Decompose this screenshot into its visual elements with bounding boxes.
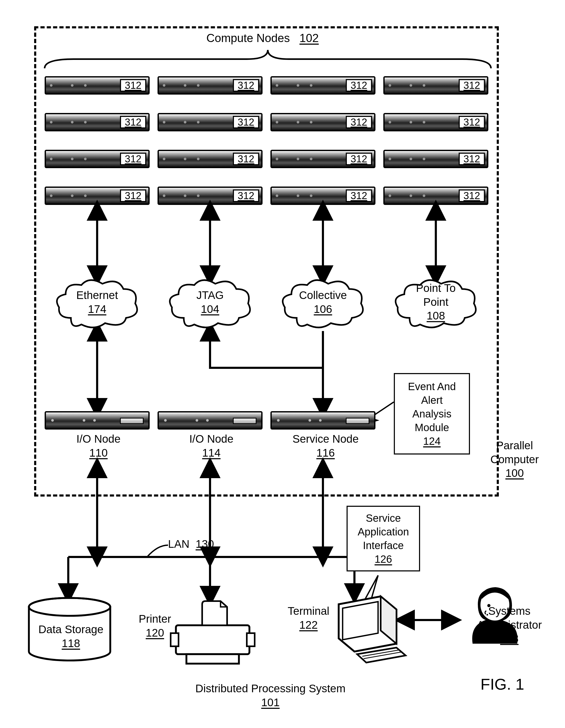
event-alert-module-box: Event And Alert Analysis Module 124 bbox=[394, 373, 470, 455]
ethernet-ref: 174 bbox=[88, 303, 106, 315]
io-node-1-label: I/O Node110 bbox=[66, 432, 131, 460]
service-node bbox=[271, 411, 375, 430]
service-node-label: Service Node116 bbox=[283, 432, 367, 460]
sai-box: Service Application Interface 126 bbox=[346, 506, 420, 571]
jtag-ref: 104 bbox=[201, 303, 219, 315]
ethernet-cloud: Ethernet 174 bbox=[55, 278, 139, 326]
figure-canvas: Compute Nodes 102 312 312 312 312 312 31… bbox=[0, 0, 565, 728]
svg-rect-16 bbox=[176, 625, 250, 654]
jtag-label: JTAG bbox=[197, 289, 224, 301]
data-storage-label: Data Storage118 bbox=[34, 623, 108, 650]
printer-label: Printer120 bbox=[131, 612, 179, 640]
p2p-cloud: Point To Point 108 bbox=[394, 278, 478, 326]
io-node-2 bbox=[158, 411, 263, 430]
lan-label: LAN 130 bbox=[168, 537, 226, 551]
collective-label: Collective bbox=[299, 289, 347, 301]
terminal-label: Terminal122 bbox=[281, 604, 336, 632]
collective-cloud: Collective 106 bbox=[281, 278, 365, 326]
parallel-computer-label: Parallel Computer 100 bbox=[473, 439, 557, 480]
svg-rect-18 bbox=[247, 633, 255, 646]
svg-rect-19 bbox=[187, 654, 239, 664]
system-caption: Distributed Processing System101 bbox=[189, 682, 352, 709]
admin-label: Systems Administrator 128 bbox=[465, 604, 554, 646]
io-node-2-label: I/O Node114 bbox=[179, 432, 244, 460]
terminal-icon bbox=[328, 594, 407, 662]
printer-icon bbox=[168, 599, 257, 667]
p2p-label: Point To Point bbox=[416, 282, 456, 308]
figure-number: FIG. 1 bbox=[480, 675, 524, 693]
collective-ref: 106 bbox=[314, 303, 332, 315]
ethernet-label: Ethernet bbox=[76, 289, 118, 301]
io-node-1 bbox=[45, 411, 150, 430]
p2p-ref: 108 bbox=[427, 309, 445, 322]
jtag-cloud: JTAG 104 bbox=[168, 278, 252, 326]
